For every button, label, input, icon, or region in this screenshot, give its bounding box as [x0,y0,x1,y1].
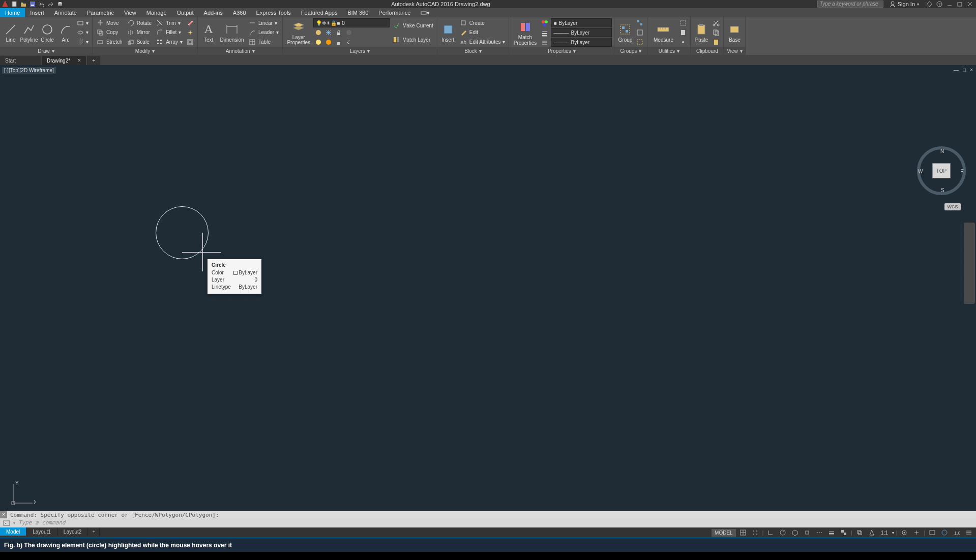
redo-icon[interactable] [47,0,55,8]
erase-icon[interactable] [185,18,195,27]
group-edit-icon[interactable] [635,28,645,37]
layer-off-icon[interactable] [344,28,354,37]
annotation-scale-icon[interactable] [867,528,877,537]
viewport-close-icon[interactable]: × [970,67,973,73]
add-scale-icon[interactable] [911,528,922,537]
select-all-icon[interactable] [678,18,688,27]
app-icon[interactable] [1,0,9,8]
modify-panel-label[interactable]: Modify▾ [93,47,197,55]
cycling-icon[interactable] [854,528,865,537]
polar-icon[interactable] [778,528,788,537]
menu-annotate[interactable]: Annotate [49,8,82,17]
isodraft-icon[interactable] [790,528,800,537]
rotate-button[interactable]: Rotate [125,18,153,27]
line-button[interactable]: Line [2,18,19,47]
utilities-panel-label[interactable]: Utilities▾ [647,47,690,55]
lineweight-dropdown[interactable]: ——— ByLayer [551,28,612,37]
insert-button[interactable]: Insert [439,18,457,47]
array-button[interactable]: Array ▾ [154,38,184,47]
menu-a360[interactable]: A360 [228,8,251,17]
layer-dropdown[interactable]: 💡❄☀🔒■ 0 [313,18,390,27]
edit-block-button[interactable]: Edit [458,28,507,37]
viewcube-top[interactable]: TOP [932,163,951,178]
group-bbox-icon[interactable] [635,38,645,47]
ungroup-icon[interactable] [635,18,645,27]
fillet-button[interactable]: Fillet ▾ [154,28,184,37]
layers-panel-label[interactable]: Layers▾ [283,47,437,55]
tab-add-layout[interactable]: + [88,527,100,536]
navigation-bar[interactable] [964,223,975,304]
menu-addins[interactable]: Add-ins [199,8,228,17]
create-block-button[interactable]: Create [458,18,507,27]
menu-extra-icon[interactable]: ▾ [416,8,435,17]
color-icon[interactable] [540,19,550,28]
tab-layout1[interactable]: Layout1 [26,527,57,536]
leader-button[interactable]: Leader ▾ [247,28,280,37]
open-icon[interactable] [19,0,27,8]
stretch-button[interactable]: Stretch [95,38,124,47]
paste-special-icon[interactable] [711,38,721,47]
table-button[interactable]: Table [247,38,280,47]
menu-bim360[interactable]: BIM 360 [342,8,373,17]
anno-monitor-icon[interactable] [939,528,950,537]
tab-start[interactable]: Start [0,56,41,65]
otrack-icon[interactable] [814,528,824,537]
transparency-icon[interactable] [839,528,849,537]
linear-button[interactable]: Linear ▾ [247,18,280,27]
tab-layout2[interactable]: Layout2 [57,527,88,536]
menu-performance[interactable]: Performance [373,8,416,17]
list-icon[interactable] [540,38,550,47]
tab-drawing2[interactable]: Drawing2*× [42,56,86,65]
workspace-icon[interactable] [927,528,937,537]
signin-button[interactable]: Sign In ▾ [885,1,923,7]
rectangle-icon[interactable]: ▾ [75,18,90,27]
layer-lock-icon[interactable] [334,28,344,37]
maximize-icon[interactable] [956,0,964,8]
dimension-button[interactable]: Dimension [218,18,246,47]
menu-home[interactable]: Home [0,8,25,17]
point-icon[interactable] [678,38,688,47]
measure-button[interactable]: Measure [649,18,677,47]
layer-unlock-icon[interactable] [334,38,344,47]
minimize-icon[interactable] [945,0,954,8]
match-layer-button[interactable]: Match Layer [391,35,435,44]
layer-on-icon[interactable] [313,38,323,47]
tab-add-button[interactable]: + [87,56,100,65]
gear-icon[interactable] [899,528,909,537]
groups-panel-label[interactable]: Groups▾ [614,47,647,55]
model-space-badge[interactable]: MODEL [712,529,736,537]
scale-button[interactable]: Scale [125,38,153,47]
color-dropdown[interactable]: ■ ByLayer [551,18,612,27]
quickcalc-icon[interactable] [678,28,688,37]
match-properties-button[interactable]: Match Properties [511,18,539,47]
text-button[interactable]: AText [200,18,217,47]
viewport-label[interactable]: [-][Top][2D Wireframe] [2,67,56,74]
menu-express[interactable]: Express Tools [251,8,296,17]
viewport-minimize-icon[interactable]: — [954,67,959,73]
new-icon[interactable] [10,0,18,8]
polyline-button[interactable]: Polyline [20,18,38,47]
command-line[interactable]: ▾ Type a command [0,518,976,527]
viewport-maximize-icon[interactable]: □ [963,67,966,73]
explode-icon[interactable] [185,28,195,37]
lweight-icon[interactable] [826,528,837,537]
cut-icon[interactable] [711,18,721,27]
paste-button[interactable]: Paste [693,18,710,47]
menu-featured[interactable]: Featured Apps [296,8,343,17]
annotation-panel-label[interactable]: Annotation▾ [198,47,282,55]
drawing-canvas[interactable]: [-][Top][2D Wireframe] — □ × Circle Colo… [0,65,976,511]
edit-attr-button[interactable]: abEdit Attributes ▾ [458,38,507,47]
circle-button[interactable]: Circle [39,18,56,47]
layer-iso-icon[interactable] [313,28,323,37]
hatch-icon[interactable]: ▾ [75,38,90,47]
snap-icon[interactable] [750,528,760,537]
customize-icon[interactable] [964,528,974,537]
menu-view[interactable]: View [119,8,141,17]
print-icon[interactable] [56,0,64,8]
arc-button[interactable]: Arc [57,18,74,47]
group-button[interactable]: Group [616,18,634,47]
wcs-badge[interactable]: WCS [944,203,961,210]
move-button[interactable]: Move [95,18,124,27]
grid-icon[interactable] [738,528,748,537]
mirror-button[interactable]: Mirror [125,28,153,37]
